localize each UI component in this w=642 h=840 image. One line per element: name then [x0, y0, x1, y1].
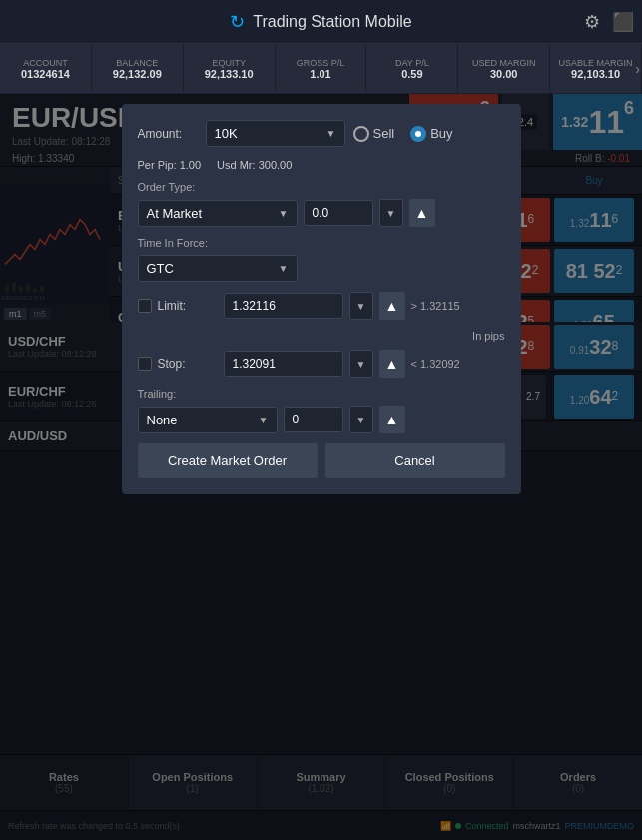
account-value: 01324614 — [21, 68, 70, 80]
buy-radio[interactable]: Buy — [410, 126, 452, 142]
equity-item: Equity 92,133.10 — [184, 44, 276, 93]
stop-hint: < 1.32092 — [411, 358, 460, 370]
stop-down-btn[interactable]: ▼ — [349, 350, 373, 378]
settings-button[interactable]: ⚙ — [584, 11, 600, 33]
side-radio-group: Sell Buy — [353, 126, 453, 142]
time-in-force-select[interactable]: GTC ▼ — [138, 255, 298, 282]
order-type-value: At Market — [147, 206, 203, 221]
logo-icon: ↻ — [230, 11, 245, 33]
app-title: Trading Station Mobile — [253, 13, 412, 31]
trailing-up-btn[interactable]: ▲ — [379, 406, 405, 433]
time-in-force-chevron-icon: ▼ — [279, 263, 289, 274]
time-in-force-label: Time In Force: — [138, 237, 505, 249]
modal-buttons: Create Market Order Cancel — [138, 443, 505, 478]
gross-pl-value: 1.01 — [310, 68, 330, 80]
amount-row: Amount: 10K ▼ Sell Buy — [138, 120, 505, 147]
usable-margin-label: Usable Margin — [559, 58, 633, 68]
day-pl-label: Day P/L — [395, 58, 429, 68]
gross-pl-item: Gross P/L 1.01 — [276, 44, 367, 93]
order-type-row: At Market ▼ ▼ ▲ — [138, 199, 505, 227]
limit-checkbox[interactable] — [138, 299, 152, 313]
per-pip-text: Per Pip: 1.00 — [138, 159, 202, 171]
buy-radio-circle — [410, 126, 426, 142]
modal-overlay: Amount: 10K ▼ Sell Buy Per Pip: 1.00 Usd… — [0, 94, 642, 840]
app-title-bar: ↻ Trading Station Mobile — [230, 11, 412, 33]
buy-radio-label: Buy — [430, 126, 452, 141]
limit-hint: > 1.32115 — [411, 300, 460, 312]
usd-mr-text: Usd Mr: 300.00 — [217, 159, 292, 171]
limit-label: Limit: — [158, 299, 218, 313]
stop-up-btn[interactable]: ▲ — [379, 350, 405, 378]
trailing-label: Trailing: — [138, 388, 505, 400]
sell-radio-circle — [353, 126, 369, 142]
order-type-up-btn[interactable]: ▲ — [409, 199, 435, 227]
order-type-chevron-icon: ▼ — [279, 208, 289, 219]
account-item: Account 01324614 — [0, 44, 92, 93]
amount-label: Amount: — [138, 127, 198, 141]
account-bar-arrow: › — [635, 61, 640, 77]
amount-select[interactable]: 10K ▼ — [206, 120, 345, 147]
cancel-button[interactable]: Cancel — [325, 443, 505, 478]
order-type-select[interactable]: At Market ▼ — [138, 200, 298, 227]
amount-value: 10K — [215, 126, 238, 141]
usable-margin-value: 92,103.10 — [571, 68, 620, 80]
usable-margin-item: Usable Margin 92,103.10 — [550, 44, 642, 93]
amount-chevron-icon: ▼ — [326, 128, 336, 139]
limit-input[interactable] — [224, 293, 343, 319]
balance-value: 92,132.09 — [113, 68, 162, 80]
order-type-input[interactable] — [304, 200, 373, 226]
header-actions: ⚙ ⬛ — [584, 11, 634, 33]
top-header: ↻ Trading Station Mobile ⚙ ⬛ — [0, 0, 642, 44]
stop-input[interactable] — [224, 351, 343, 377]
in-pips-label: In pips — [138, 330, 505, 342]
gross-pl-label: Gross P/L — [297, 58, 345, 68]
day-pl-value: 0.59 — [401, 68, 422, 80]
time-in-force-row: GTC ▼ — [138, 255, 505, 282]
limit-up-btn[interactable]: ▲ — [379, 292, 405, 320]
account-label: Account — [23, 58, 68, 68]
create-order-button[interactable]: Create Market Order — [138, 443, 318, 478]
balance-label: Balance — [116, 58, 158, 68]
trailing-value: None — [147, 413, 178, 427]
order-type-down-btn[interactable]: ▼ — [379, 199, 403, 227]
equity-value: 92,133.10 — [205, 68, 254, 80]
trailing-input[interactable] — [284, 407, 343, 432]
trailing-select[interactable]: None ▼ — [138, 407, 278, 433]
logout-button[interactable]: ⬛ — [612, 11, 634, 33]
stop-checkbox[interactable] — [138, 357, 152, 371]
stop-label: Stop: — [158, 357, 218, 371]
equity-label: Equity — [212, 58, 246, 68]
time-in-force-value: GTC — [147, 261, 174, 276]
day-pl-item: Day P/L 0.59 — [366, 44, 458, 93]
stop-row: Stop: ▼ ▲ < 1.32092 — [138, 350, 505, 378]
used-margin-label: Used Margin — [472, 58, 536, 68]
account-bar: Account 01324614 Balance 92,132.09 Equit… — [0, 44, 642, 94]
in-pips-row: In pips — [138, 330, 505, 342]
used-margin-item: Used Margin 30.00 — [458, 44, 550, 93]
order-modal: Amount: 10K ▼ Sell Buy Per Pip: 1.00 Usd… — [122, 104, 521, 494]
balance-item: Balance 92,132.09 — [92, 44, 184, 93]
sell-radio[interactable]: Sell — [353, 126, 395, 142]
sell-radio-label: Sell — [373, 126, 395, 141]
used-margin-value: 30.00 — [490, 68, 518, 80]
trailing-row: None ▼ ▼ ▲ — [138, 406, 505, 433]
order-type-section-label: Order Type: — [138, 181, 505, 193]
trailing-chevron-icon: ▼ — [259, 415, 269, 425]
trailing-down-btn[interactable]: ▼ — [349, 406, 373, 433]
limit-row: Limit: ▼ ▲ > 1.32115 — [138, 292, 505, 320]
pip-info-row: Per Pip: 1.00 Usd Mr: 300.00 — [138, 159, 505, 171]
limit-down-btn[interactable]: ▼ — [349, 292, 373, 320]
